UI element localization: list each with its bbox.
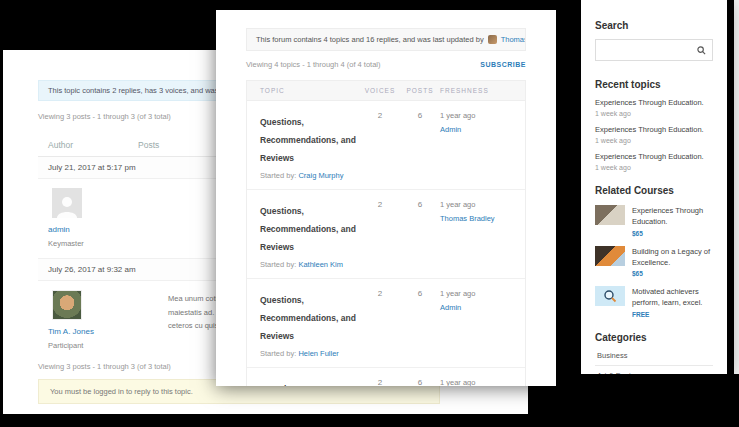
search-icon xyxy=(697,46,706,55)
course-title: Experiences Through Education. xyxy=(632,205,713,228)
forum-notice-text: This forum contains 4 topics and 16 repl… xyxy=(256,35,484,44)
topic-freshness-time: 1 year ago xyxy=(440,289,475,298)
recent-topic-item[interactable]: Experiences Through Education. 1 week ag… xyxy=(595,125,713,144)
recent-topic-title: Experiences Through Education. xyxy=(595,98,713,107)
course-price: $65 xyxy=(632,230,713,237)
topic-title-link[interactable]: Questions, Recommendations, and Reviews xyxy=(260,206,356,252)
recent-topic-time: 1 week ago xyxy=(595,110,713,117)
topic-title-link[interactable]: Questions, Recommendations, and Reviews xyxy=(260,384,356,386)
post-author-role: Keymaster xyxy=(48,239,168,248)
topic-freshness-time: 1 year ago xyxy=(440,378,475,386)
post-author-link[interactable]: Tim A. Jones xyxy=(48,327,94,336)
course-thumbnail xyxy=(595,205,625,225)
course-item[interactable]: Motivated achievers perform, learn, exce… xyxy=(595,286,713,318)
category-item-art-design[interactable]: Art & Design xyxy=(595,366,713,375)
course-price: $65 xyxy=(632,270,713,277)
table-row: Questions, Recommendations, and Reviews … xyxy=(247,279,525,368)
recent-topic-item[interactable]: Experiences Through Education. 1 week ag… xyxy=(595,152,713,171)
sidebar: Search Recent topics Experiences Through… xyxy=(581,0,727,374)
search-box xyxy=(595,39,713,61)
posts-column-header: Posts xyxy=(138,140,159,150)
table-row: Questions, Recommendations, and Reviews … xyxy=(247,368,525,386)
topic-freshness-user-link[interactable]: Admin xyxy=(440,303,512,312)
started-by-label: Started by: xyxy=(260,260,296,269)
viewing-topics: Viewing 4 topics - 1 through 4 (of 4 tot… xyxy=(246,60,381,69)
forum-notice-user-link[interactable]: Thomas Bradley xyxy=(501,35,526,44)
topic-voices: 2 xyxy=(360,200,400,269)
categories-heading: Categories xyxy=(595,332,713,343)
started-by-label: Started by: xyxy=(260,171,296,180)
recent-topic-item[interactable]: Experiences Through Education. 1 week ag… xyxy=(595,98,713,117)
freshness-column-header: FRESHNESS xyxy=(440,87,512,94)
topics-table-header: TOPIC VOICES POSTS FRESHNESS xyxy=(247,81,525,101)
related-courses-heading: Related Courses xyxy=(595,185,713,196)
search-input[interactable] xyxy=(596,40,691,60)
subscribe-link[interactable]: SUBSCRIBE xyxy=(480,61,526,68)
course-price: FREE xyxy=(632,311,713,318)
topic-freshness-user-link[interactable]: Thomas Bradley xyxy=(440,214,512,223)
recent-topic-title: Experiences Through Education. xyxy=(595,152,713,161)
author-column-header: Author xyxy=(48,140,138,150)
topic-column-header: TOPIC xyxy=(260,87,360,94)
recent-topic-time: 1 week ago xyxy=(595,137,713,144)
course-item[interactable]: Building on a Legacy of Excellence. $65 xyxy=(595,246,713,278)
topic-posts: 6 xyxy=(400,111,440,180)
topic-freshness-user-link[interactable]: Admin xyxy=(440,125,512,134)
topic-freshness-time: 1 year ago xyxy=(440,200,475,209)
search-heading: Search xyxy=(595,20,713,31)
topic-voices: 2 xyxy=(360,289,400,358)
search-button[interactable] xyxy=(691,46,712,55)
recent-topic-time: 1 week ago xyxy=(595,164,713,171)
table-row: Questions, Recommendations, and Reviews … xyxy=(247,190,525,279)
course-title: Motivated achievers perform, learn, exce… xyxy=(632,286,713,309)
topic-starter-link[interactable]: Kathleen Kim xyxy=(298,260,343,269)
table-row: Questions, Recommendations, and Reviews … xyxy=(247,101,525,190)
topic-posts: 6 xyxy=(400,289,440,358)
category-item-business[interactable]: Business xyxy=(595,346,713,366)
topic-starter-link[interactable]: Helen Fuller xyxy=(298,349,338,358)
forum-window: This forum contains 4 topics and 16 repl… xyxy=(216,10,556,386)
person-placeholder-icon xyxy=(52,188,82,218)
voices-column-header: VOICES xyxy=(360,87,400,94)
topic-posts: 6 xyxy=(400,200,440,269)
topic-starter-link[interactable]: Craig Murphy xyxy=(298,171,343,180)
topic-voices: 2 xyxy=(360,378,400,386)
started-by-label: Started by: xyxy=(260,349,296,358)
categories-list: Business Art & Design Programming Langua… xyxy=(595,346,713,375)
topic-freshness-time: 1 year ago xyxy=(440,111,475,120)
course-thumbnail xyxy=(595,246,625,266)
window-edge-sliver xyxy=(734,0,739,374)
topic-posts: 6 xyxy=(400,378,440,386)
user-avatar-icon xyxy=(488,35,497,44)
forum-info-notice: This forum contains 4 topics and 16 repl… xyxy=(246,28,526,51)
posts-column-header: POSTS xyxy=(400,87,440,94)
topics-table: TOPIC VOICES POSTS FRESHNESS Questions, … xyxy=(246,80,526,386)
recent-topic-title: Experiences Through Education. xyxy=(595,125,713,134)
topic-title-link[interactable]: Questions, Recommendations, and Reviews xyxy=(260,117,356,163)
recent-topics-heading: Recent topics xyxy=(595,79,713,90)
topic-title-link[interactable]: Questions, Recommendations, and Reviews xyxy=(260,295,356,341)
course-title: Building on a Legacy of Excellence. xyxy=(632,246,713,269)
post-author-role: Participant xyxy=(48,341,168,350)
magnifier-illustration-icon xyxy=(595,286,625,306)
course-item[interactable]: Experiences Through Education. $65 xyxy=(595,205,713,237)
post-author-link[interactable]: admin xyxy=(48,225,70,234)
avatar xyxy=(52,290,82,320)
topic-voices: 2 xyxy=(360,111,400,180)
